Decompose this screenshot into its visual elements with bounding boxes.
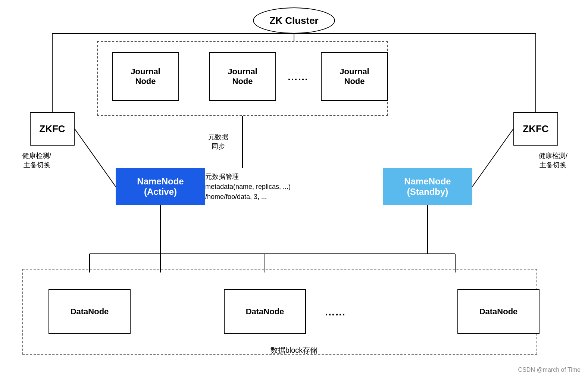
datablock-label: 数据block存储 xyxy=(270,345,318,355)
namenode-standby: NameNode (Standby) xyxy=(383,168,472,205)
zk-cluster: ZK Cluster xyxy=(253,7,335,34)
datanode-1: DataNode xyxy=(49,289,131,334)
datanode-ellipsis: …… xyxy=(325,306,345,318)
journal-node-3: Journal Node xyxy=(321,52,388,101)
svg-line-4 xyxy=(75,129,116,187)
journal-node-2: Journal Node xyxy=(209,52,276,101)
namenode-active: NameNode (Active) xyxy=(116,168,205,205)
health-label-right: 健康检测/ 主备切换 xyxy=(539,151,567,170)
health-label-left: 健康检测/ 主备切换 xyxy=(22,151,51,170)
zkfc-left: ZKFC xyxy=(30,112,75,146)
diagram: ZK Cluster Journal Node Journal Node …… … xyxy=(0,0,588,377)
metadata-label: 元数据管理 metadata(name, replicas, ...) /hom… xyxy=(205,172,291,202)
watermark: CSDN @march of Time xyxy=(518,367,581,373)
journal-node-1: Journal Node xyxy=(112,52,179,101)
journal-ellipsis: …… xyxy=(287,71,308,83)
datanode-3: DataNode xyxy=(457,289,539,334)
svg-line-5 xyxy=(472,129,513,187)
meta-sync-label: 元数据 同步 xyxy=(208,133,228,151)
datanode-2: DataNode xyxy=(224,289,306,334)
zkfc-right: ZKFC xyxy=(513,112,558,146)
